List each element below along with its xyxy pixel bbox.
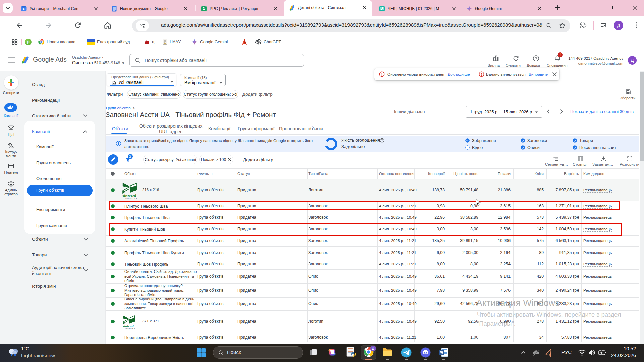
svg-text:PROFILES: PROFILES [125, 198, 138, 199]
svg-text:sintezal: sintezal [122, 324, 134, 328]
svg-text:PROFILES: PROFILES [125, 328, 135, 329]
